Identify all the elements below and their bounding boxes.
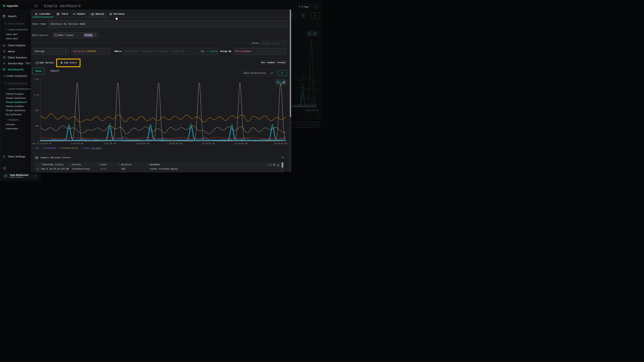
svg-text:10:00:00 AM: 10:00:00 AM [136,143,149,145]
svg-text:1.6K: 1.6K [34,78,39,80]
svg-text:10:08:00 AM: 10:08:00 AM [169,143,182,145]
svg-text:10:35:00 AM: 10:35:00 AM [274,143,287,145]
svg-text:9:44:00 AM: 9:44:00 AM [71,143,83,145]
svg-text:400: 400 [35,125,39,127]
svg-text:1.2K: 1.2K [34,94,39,96]
svg-text:9:52:00 AM: 9:52:00 AM [104,143,116,145]
svg-text:10:24:00 AM: 10:24:00 AM [234,143,248,145]
svg-text:0: 0 [38,140,39,142]
svg-text:10:35:00 AM: 10:35:00 AM [306,109,318,112]
svg-text:10:16:00 AM: 10:16:00 AM [202,143,215,145]
svg-text:Nov 6 9:35:00 AM: Nov 6 9:35:00 AM [32,143,51,145]
svg-text:800: 800 [35,109,39,112]
